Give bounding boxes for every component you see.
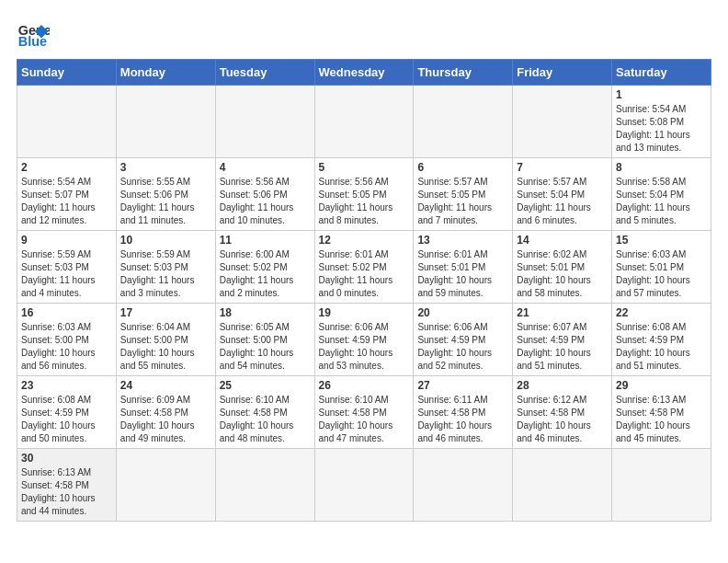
day-number: 15 (616, 234, 707, 247)
calendar-cell: 3Sunrise: 5:55 AM Sunset: 5:06 PM Daylig… (116, 158, 215, 231)
logo-icon: General Blue (17, 17, 50, 50)
weekday-saturday: Saturday (612, 60, 711, 86)
calendar-cell: 6Sunrise: 5:57 AM Sunset: 5:05 PM Daylig… (414, 158, 513, 231)
day-number: 10 (120, 234, 211, 247)
calendar-cell: 23Sunrise: 6:08 AM Sunset: 4:59 PM Dayli… (17, 376, 117, 449)
day-number: 29 (616, 379, 707, 392)
calendar-week-2: 2Sunrise: 5:54 AM Sunset: 5:07 PM Daylig… (17, 158, 711, 231)
weekday-sunday: Sunday (17, 60, 117, 86)
day-number: 7 (517, 161, 608, 174)
day-number: 4 (220, 161, 311, 174)
calendar-cell: 8Sunrise: 5:58 AM Sunset: 5:04 PM Daylig… (612, 158, 711, 231)
weekday-tuesday: Tuesday (215, 60, 314, 86)
calendar-week-6: 30Sunrise: 6:13 AM Sunset: 4:58 PM Dayli… (17, 449, 711, 522)
day-info: Sunrise: 6:11 AM Sunset: 4:58 PM Dayligh… (417, 394, 508, 445)
calendar-cell: 2Sunrise: 5:54 AM Sunset: 5:07 PM Daylig… (17, 158, 117, 231)
calendar-cell: 17Sunrise: 6:04 AM Sunset: 5:00 PM Dayli… (116, 304, 215, 376)
day-info: Sunrise: 6:06 AM Sunset: 4:59 PM Dayligh… (319, 321, 410, 373)
day-number: 30 (21, 452, 112, 465)
calendar-cell: 14Sunrise: 6:02 AM Sunset: 5:01 PM Dayli… (513, 231, 612, 304)
day-info: Sunrise: 6:07 AM Sunset: 4:59 PM Dayligh… (517, 321, 608, 373)
day-info: Sunrise: 6:03 AM Sunset: 5:00 PM Dayligh… (21, 321, 112, 373)
day-number: 9 (21, 234, 112, 247)
day-info: Sunrise: 5:57 AM Sunset: 5:05 PM Dayligh… (417, 176, 508, 227)
calendar-cell (314, 449, 414, 522)
page: General Blue SundayMondayTuesdayWednesda… (0, 0, 728, 531)
day-info: Sunrise: 5:56 AM Sunset: 5:05 PM Dayligh… (319, 176, 410, 227)
calendar-cell: 22Sunrise: 6:08 AM Sunset: 4:59 PM Dayli… (612, 304, 711, 376)
day-info: Sunrise: 5:57 AM Sunset: 5:04 PM Dayligh… (517, 176, 608, 227)
calendar-cell: 29Sunrise: 6:13 AM Sunset: 4:58 PM Dayli… (612, 376, 711, 449)
day-number: 20 (417, 306, 508, 319)
calendar-cell: 10Sunrise: 5:59 AM Sunset: 5:03 PM Dayli… (116, 231, 215, 304)
day-number: 21 (517, 306, 608, 319)
calendar-week-1: 1Sunrise: 5:54 AM Sunset: 5:08 PM Daylig… (17, 86, 711, 158)
day-number: 17 (120, 306, 211, 319)
calendar-cell: 11Sunrise: 6:00 AM Sunset: 5:02 PM Dayli… (215, 231, 314, 304)
calendar-week-4: 16Sunrise: 6:03 AM Sunset: 5:00 PM Dayli… (17, 304, 711, 376)
day-number: 18 (220, 306, 311, 319)
day-info: Sunrise: 6:12 AM Sunset: 4:58 PM Dayligh… (517, 394, 608, 445)
calendar-cell (513, 86, 612, 158)
calendar-table: SundayMondayTuesdayWednesdayThursdayFrid… (17, 59, 711, 522)
calendar-cell: 18Sunrise: 6:05 AM Sunset: 5:00 PM Dayli… (215, 304, 314, 376)
weekday-monday: Monday (116, 60, 215, 86)
calendar-cell: 7Sunrise: 5:57 AM Sunset: 5:04 PM Daylig… (513, 158, 612, 231)
day-info: Sunrise: 6:10 AM Sunset: 4:58 PM Dayligh… (319, 394, 410, 445)
calendar-cell: 13Sunrise: 6:01 AM Sunset: 5:01 PM Dayli… (414, 231, 513, 304)
calendar-cell: 5Sunrise: 5:56 AM Sunset: 5:05 PM Daylig… (314, 158, 414, 231)
calendar-cell: 15Sunrise: 6:03 AM Sunset: 5:01 PM Dayli… (612, 231, 711, 304)
calendar-cell (314, 86, 414, 158)
day-number: 5 (319, 161, 410, 174)
calendar-cell (414, 86, 513, 158)
calendar-cell (215, 449, 314, 522)
day-info: Sunrise: 5:54 AM Sunset: 5:07 PM Dayligh… (21, 176, 112, 227)
calendar-cell: 12Sunrise: 6:01 AM Sunset: 5:02 PM Dayli… (314, 231, 414, 304)
calendar-cell (17, 86, 117, 158)
calendar-cell (513, 449, 612, 522)
day-number: 26 (319, 379, 410, 392)
day-number: 3 (120, 161, 211, 174)
day-number: 12 (319, 234, 410, 247)
calendar-cell: 20Sunrise: 6:06 AM Sunset: 4:59 PM Dayli… (414, 304, 513, 376)
calendar-cell: 27Sunrise: 6:11 AM Sunset: 4:58 PM Dayli… (414, 376, 513, 449)
day-info: Sunrise: 5:56 AM Sunset: 5:06 PM Dayligh… (220, 176, 311, 227)
calendar-cell (414, 449, 513, 522)
calendar-cell: 28Sunrise: 6:12 AM Sunset: 4:58 PM Dayli… (513, 376, 612, 449)
day-info: Sunrise: 6:00 AM Sunset: 5:02 PM Dayligh… (220, 248, 311, 300)
day-number: 14 (517, 234, 608, 247)
day-info: Sunrise: 6:01 AM Sunset: 5:02 PM Dayligh… (319, 248, 410, 300)
day-info: Sunrise: 6:03 AM Sunset: 5:01 PM Dayligh… (616, 248, 707, 300)
day-info: Sunrise: 6:08 AM Sunset: 4:59 PM Dayligh… (616, 321, 707, 373)
day-info: Sunrise: 5:54 AM Sunset: 5:08 PM Dayligh… (616, 103, 707, 155)
day-info: Sunrise: 6:08 AM Sunset: 4:59 PM Dayligh… (21, 394, 112, 445)
day-number: 28 (517, 379, 608, 392)
day-number: 23 (21, 379, 112, 392)
weekday-wednesday: Wednesday (314, 60, 414, 86)
day-number: 27 (417, 379, 508, 392)
day-number: 2 (21, 161, 112, 174)
calendar-week-5: 23Sunrise: 6:08 AM Sunset: 4:59 PM Dayli… (17, 376, 711, 449)
calendar-week-3: 9Sunrise: 5:59 AM Sunset: 5:03 PM Daylig… (17, 231, 711, 304)
day-number: 24 (120, 379, 211, 392)
calendar-cell: 24Sunrise: 6:09 AM Sunset: 4:58 PM Dayli… (116, 376, 215, 449)
day-info: Sunrise: 6:09 AM Sunset: 4:58 PM Dayligh… (120, 394, 211, 445)
calendar-cell: 16Sunrise: 6:03 AM Sunset: 5:00 PM Dayli… (17, 304, 117, 376)
calendar-cell (612, 449, 711, 522)
calendar-cell: 21Sunrise: 6:07 AM Sunset: 4:59 PM Dayli… (513, 304, 612, 376)
calendar-cell: 25Sunrise: 6:10 AM Sunset: 4:58 PM Dayli… (215, 376, 314, 449)
day-info: Sunrise: 6:05 AM Sunset: 5:00 PM Dayligh… (220, 321, 311, 373)
day-number: 19 (319, 306, 410, 319)
day-number: 22 (616, 306, 707, 319)
day-info: Sunrise: 5:55 AM Sunset: 5:06 PM Dayligh… (120, 176, 211, 227)
day-info: Sunrise: 6:13 AM Sunset: 4:58 PM Dayligh… (21, 466, 112, 518)
day-info: Sunrise: 6:04 AM Sunset: 5:00 PM Dayligh… (120, 321, 211, 373)
calendar-cell (215, 86, 314, 158)
day-number: 16 (21, 306, 112, 319)
day-number: 25 (220, 379, 311, 392)
day-info: Sunrise: 5:58 AM Sunset: 5:04 PM Dayligh… (616, 176, 707, 227)
calendar-cell: 9Sunrise: 5:59 AM Sunset: 5:03 PM Daylig… (17, 231, 117, 304)
calendar-cell: 26Sunrise: 6:10 AM Sunset: 4:58 PM Dayli… (314, 376, 414, 449)
header: General Blue (17, 17, 711, 50)
day-number: 13 (417, 234, 508, 247)
